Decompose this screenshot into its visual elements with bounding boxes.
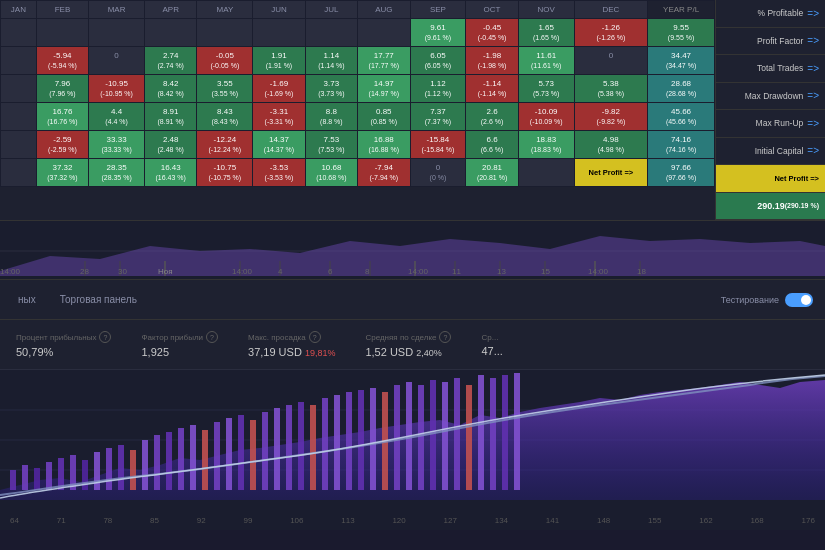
svg-rect-68 [430, 380, 436, 490]
table-cell [253, 19, 305, 47]
svg-rect-52 [238, 415, 244, 490]
table-cell: 2.74(2.74 %) [145, 47, 197, 75]
year-cell: 28.68(28.68 %) [648, 75, 715, 103]
pct-profitable-item[interactable]: % Profitable => [716, 0, 825, 28]
sep-header: SEP [410, 1, 466, 19]
table-cell: 1.65(1.65 %) [518, 19, 574, 47]
svg-rect-36 [46, 462, 52, 490]
chart-label-127: 127 [444, 516, 457, 525]
table-cell: 2.48(2.48 %) [145, 131, 197, 159]
svg-rect-51 [226, 418, 232, 490]
toolbar-section: ных Торговая панель Тестирование [0, 280, 825, 320]
heatmap-table-container: JAN FEB MAR APR MAY JUN JUL AUG SEP OCT … [0, 0, 715, 220]
table-cell [518, 159, 574, 187]
svg-rect-47 [178, 428, 184, 490]
svg-rect-61 [346, 392, 352, 490]
svg-text:8: 8 [365, 267, 370, 276]
heatmap-section: JAN FEB MAR APR MAY JUN JUL AUG SEP OCT … [0, 0, 825, 220]
info-icon-pct[interactable]: ? [99, 331, 111, 343]
stat-max-drawdown: Макс. просадка ? 37,19 USD 19,81% [248, 331, 335, 358]
svg-rect-69 [442, 382, 448, 490]
table-cell: 3.55(3.55 %) [197, 75, 253, 103]
testing-toggle-container[interactable]: Тестирование [721, 293, 813, 307]
nov-header: NOV [518, 1, 574, 19]
svg-rect-48 [190, 425, 196, 490]
table-cell: -1.69(-1.69 %) [253, 75, 305, 103]
max-drawdown-item[interactable]: Max Drawdown => [716, 83, 825, 111]
profit-factor-item[interactable]: Profit Factor => [716, 28, 825, 56]
table-cell [145, 19, 197, 47]
chart-label-148: 148 [597, 516, 610, 525]
year-header: YEAR P/L [648, 1, 715, 19]
table-cell: 18.83(18.83 %) [518, 131, 574, 159]
chart-label-176: 176 [802, 516, 815, 525]
svg-rect-35 [34, 468, 40, 490]
toggle-track[interactable] [785, 293, 813, 307]
svg-text:Ноя: Ноя [158, 267, 173, 276]
table-cell: 0 [574, 47, 648, 75]
svg-rect-45 [154, 435, 160, 490]
stat-sub-dd: 19,81% [305, 348, 336, 358]
table-cell: 16.76(16.76 %) [36, 103, 88, 131]
table-cell: -0.45(-0.45 %) [466, 19, 518, 47]
toolbar-btn-2[interactable]: Торговая панель [54, 292, 143, 307]
table-cell [1, 75, 37, 103]
svg-text:14:00: 14:00 [588, 267, 609, 276]
table-cell: -10.75(-10.75 %) [197, 159, 253, 187]
max-runup-arrow: => [807, 118, 819, 129]
mar-header: MAR [89, 1, 145, 19]
table-cell: -0.05(-0.05 %) [197, 47, 253, 75]
info-icon-avg[interactable]: ? [439, 331, 451, 343]
table-cell: -1.14(-1.14 %) [466, 75, 518, 103]
jun-header: JUN [253, 1, 305, 19]
total-trades-arrow: => [807, 63, 819, 74]
svg-text:11: 11 [452, 267, 461, 276]
svg-text:18: 18 [637, 267, 646, 276]
year-cell: 74.16(74.16 %) [648, 131, 715, 159]
table-cell: 9.61(9.61 %) [410, 19, 466, 47]
info-icon-pf[interactable]: ? [206, 331, 218, 343]
chart-label-141: 141 [546, 516, 559, 525]
chart-label-64: 64 [10, 516, 19, 525]
table-cell: 11.61(11.61 %) [518, 47, 574, 75]
table-cell: 0 [89, 47, 145, 75]
net-profit-pct: (290.19 %) [785, 202, 819, 209]
table-cell: 8.43(8.43 %) [197, 103, 253, 131]
chart-label-106: 106 [290, 516, 303, 525]
table-row: -2.59(-2.59 %) 33.33(33.33 %) 2.48(2.48 … [1, 131, 715, 159]
stat-label-pct: Процент прибыльных ? [16, 331, 111, 343]
info-icon-dd[interactable]: ? [309, 331, 321, 343]
chart-x-axis: 64 71 78 85 92 99 106 113 120 127 134 14… [0, 516, 825, 525]
table-cell: 0(0 %) [410, 159, 466, 187]
chart-label-155: 155 [648, 516, 661, 525]
chart-label-113: 113 [341, 516, 354, 525]
table-cell: -10.09(-10.09 %) [518, 103, 574, 131]
table-cell: 14.97(14.97 %) [358, 75, 410, 103]
dec-header: DEC [574, 1, 648, 19]
stat-value-pf: 1,925 [141, 346, 218, 358]
max-drawdown-arrow: => [807, 90, 819, 101]
initial-capital-item[interactable]: Initial Capital => [716, 138, 825, 166]
total-trades-item[interactable]: Total Trades => [716, 55, 825, 83]
toolbar-btn-1[interactable]: ных [12, 292, 42, 307]
table-cell: -15.84(-15.84 %) [410, 131, 466, 159]
stat-value-other: 47... [481, 345, 502, 357]
initial-capital-arrow: => [807, 145, 819, 156]
net-profit-label: Net Profit => [774, 174, 819, 183]
table-cell: 10.68(10.68 %) [305, 159, 357, 187]
table-cell: -2.59(-2.59 %) [36, 131, 88, 159]
svg-text:14:00: 14:00 [0, 267, 21, 276]
max-runup-item[interactable]: Max Run-Up => [716, 110, 825, 138]
net-profit-label-cell: Net Profit => [574, 159, 648, 187]
net-profit-item[interactable]: Net Profit => [716, 165, 825, 193]
table-cell: 14.37(14.37 %) [253, 131, 305, 159]
chart-label-71: 71 [57, 516, 66, 525]
table-cell [1, 131, 37, 159]
table-cell: -5.94(-5.94 %) [36, 47, 88, 75]
svg-rect-39 [82, 460, 88, 490]
feb-header: FEB [36, 1, 88, 19]
max-runup-label: Max Run-Up [756, 118, 804, 128]
chart-label-168: 168 [750, 516, 763, 525]
stat-profit-factor: Фактор прибыли ? 1,925 [141, 331, 218, 358]
table-cell: 8.91(8.91 %) [145, 103, 197, 131]
